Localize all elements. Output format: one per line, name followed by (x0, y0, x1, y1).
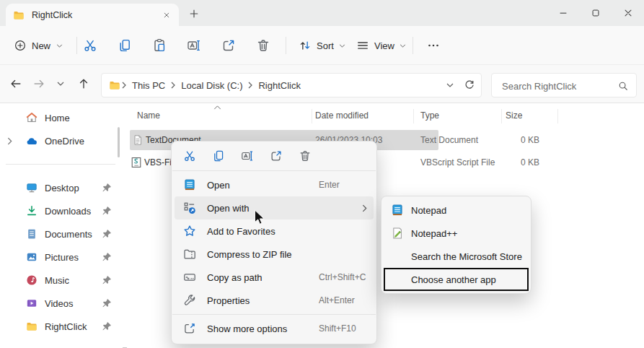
copy-button[interactable] (207, 146, 230, 166)
address-dropdown-button[interactable] (446, 83, 454, 87)
column-divider[interactable] (413, 109, 414, 123)
sort-button[interactable]: Sort (293, 34, 351, 57)
more-options-button[interactable] (421, 34, 446, 57)
view-label: View (374, 40, 394, 51)
up-button[interactable] (74, 74, 94, 94)
sidebar-item-desktop[interactable]: Desktop (0, 177, 121, 199)
minimize-button[interactable] (547, 0, 579, 26)
submenu-item-label: Notepad (411, 205, 446, 216)
arrow-up-icon (77, 77, 90, 90)
view-button[interactable]: View (350, 34, 412, 57)
column-header-size[interactable]: Size (506, 110, 522, 121)
paste-button[interactable] (145, 34, 174, 57)
show-more-icon (183, 322, 196, 335)
zip-folder-icon (183, 248, 196, 261)
back-button[interactable] (6, 74, 26, 94)
delete-button[interactable] (294, 146, 317, 166)
submenu-item-notepad[interactable]: Notepad (384, 199, 529, 222)
star-icon (183, 225, 196, 238)
breadcrumb[interactable]: This PC Local Disk (C:) RightClick (101, 73, 482, 97)
sidebar-item-home[interactable]: Home (0, 107, 121, 129)
navigation-pane: Home OneDrive Desktop Downloads Document… (0, 103, 123, 348)
sidebar-label: Desktop (45, 183, 79, 193)
sidebar-item-downloads[interactable]: Downloads (0, 200, 121, 222)
sidebar-item-videos[interactable]: Videos (0, 292, 121, 314)
chevron-down-icon (446, 83, 454, 87)
notepad-icon (391, 204, 404, 217)
breadcrumb-local-disk[interactable]: Local Disk (C:) (177, 80, 247, 91)
submenu-item-choose-another-app[interactable]: Choose another app (384, 268, 529, 291)
folder-icon (13, 9, 25, 21)
explorer-tab[interactable]: RightClick (6, 4, 179, 26)
chevron-down-icon (56, 44, 63, 48)
menu-item-add-to-favorites[interactable]: Add to Favorites (175, 219, 374, 243)
column-header-name[interactable]: Name (137, 110, 160, 121)
file-explorer-window: RightClick New Sort View (0, 0, 644, 348)
copy-button[interactable] (110, 34, 139, 57)
ellipsis-icon (426, 38, 441, 53)
menu-item-copy-as-path[interactable]: Copy as path Ctrl+Shift+C (175, 266, 374, 289)
pin-icon (102, 321, 112, 331)
new-tab-button[interactable] (189, 9, 199, 19)
pin-icon (102, 183, 112, 193)
delete-button[interactable] (249, 34, 278, 57)
cut-button[interactable] (76, 34, 105, 57)
cut-button[interactable] (178, 146, 201, 166)
menu-item-show-more-options[interactable]: Show more options Shift+F10 (175, 317, 374, 340)
new-button[interactable]: New (9, 34, 69, 57)
menu-item-label: Show more options (207, 323, 287, 334)
pin-icon (102, 252, 112, 262)
submenu-item-label: Choose another app (411, 274, 496, 285)
sidebar-item-music[interactable]: Music (0, 269, 121, 291)
recent-locations-button[interactable] (52, 74, 69, 94)
shortcut-label: Ctrl+Shift+C (319, 272, 366, 282)
minimize-icon (558, 8, 568, 18)
refresh-button[interactable] (464, 79, 475, 91)
paste-icon (152, 38, 167, 53)
maximize-button[interactable] (579, 0, 612, 26)
submenu-item-notepad-plus-plus[interactable]: Notepad++ (384, 222, 529, 245)
search-input[interactable] (500, 74, 612, 97)
cut-icon (183, 149, 196, 162)
column-header-type[interactable]: Type (420, 110, 439, 121)
rename-icon (241, 149, 254, 162)
quick-actions-row (172, 144, 376, 168)
breadcrumb-rightclick[interactable]: RightClick (254, 80, 305, 91)
pictures-icon (26, 251, 38, 263)
sidebar-scrollbar[interactable] (118, 127, 120, 157)
chevron-down-icon (57, 82, 64, 86)
rename-button[interactable] (180, 34, 208, 57)
forward-button[interactable] (29, 74, 49, 94)
share-button[interactable] (214, 34, 243, 57)
share-button[interactable] (265, 146, 288, 166)
tab-close-button[interactable] (161, 9, 172, 21)
videos-icon (26, 297, 38, 309)
close-icon (163, 12, 170, 19)
delete-icon (256, 38, 270, 53)
rename-button[interactable] (236, 146, 259, 166)
breadcrumb-this-pc[interactable]: This PC (128, 80, 169, 91)
menu-item-label: Open (207, 180, 230, 191)
column-header-date[interactable]: Date modified (315, 110, 369, 121)
sidebar-label: Documents (45, 229, 92, 240)
sidebar-item-rightclick[interactable]: RightClick (0, 316, 121, 337)
music-icon (26, 274, 38, 286)
menu-item-open-with[interactable]: Open with (175, 196, 374, 219)
close-button[interactable] (612, 0, 644, 26)
column-divider[interactable] (557, 109, 558, 123)
sidebar-item-documents[interactable]: Documents (0, 223, 121, 245)
sidebar-label: Home (45, 113, 70, 123)
pin-icon (102, 206, 112, 216)
sidebar-item-pictures[interactable]: Pictures (0, 246, 121, 268)
sidebar-item-onedrive[interactable]: OneDrive (0, 130, 121, 152)
chevron-down-icon (339, 44, 345, 48)
submenu-item-search-store[interactable]: Search the Microsoft Store (384, 245, 529, 268)
menu-divider (172, 314, 376, 315)
menu-item-properties[interactable]: Properties Alt+Enter (175, 289, 374, 312)
menu-item-compress-zip[interactable]: Compress to ZIP file (175, 243, 374, 266)
column-divider[interactable] (312, 109, 312, 123)
column-divider[interactable] (501, 109, 502, 123)
sidebar-label: Pictures (45, 252, 79, 263)
chevron-right-icon[interactable] (7, 137, 12, 145)
menu-item-open[interactable]: Open Enter (175, 173, 374, 196)
